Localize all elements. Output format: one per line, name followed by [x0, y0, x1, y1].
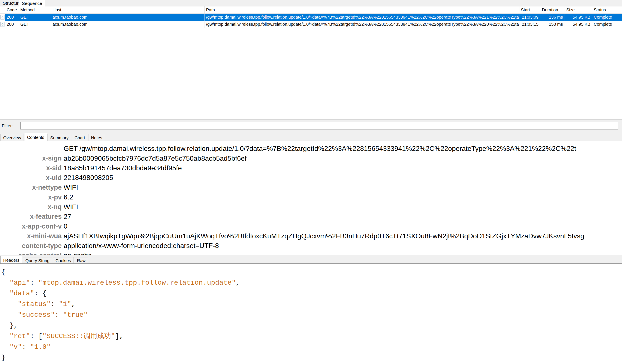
- header-line: x-nettypeWIFI: [0, 183, 622, 192]
- headers-pane: GET /gw/mtop.damai.wireless.tpp.follow.r…: [0, 141, 622, 255]
- tab-chart[interactable]: Chart: [72, 134, 88, 141]
- json-string-token: "api": [9, 279, 30, 287]
- table-end-separator: [0, 28, 622, 28]
- header-line: cache-controlno-cache: [0, 251, 622, 255]
- header-name: content-type: [0, 242, 62, 250]
- tab-raw[interactable]: Raw: [74, 257, 88, 264]
- cell-status: Complete: [592, 14, 622, 21]
- cell-host: acs.m.taobao.com: [51, 14, 205, 21]
- json-punct-token: : [: [30, 332, 42, 340]
- filter-panel: Filter:: [0, 119, 622, 132]
- header-line: x-app-conf-v0: [0, 221, 622, 231]
- view-tabs-baseline: [0, 141, 622, 141]
- json-line: {: [1, 267, 622, 277]
- detail-tabs-baseline: [0, 263, 622, 264]
- json-line: }: [1, 352, 622, 363]
- json-line: "status": "1",: [1, 299, 622, 310]
- header-name: x-pv: [0, 193, 62, 201]
- header-name: x-app-conf-v: [0, 222, 62, 230]
- filter-label: Filter:: [2, 120, 13, 132]
- cell-start: 21:03:15: [519, 21, 540, 28]
- tab-contents[interactable]: Contents: [24, 133, 47, 141]
- json-punct-token: [1, 290, 9, 297]
- cell-path: /gw/mtop.damai.wireless.tpp.follow.relat…: [205, 14, 519, 21]
- cell-method: GET: [19, 21, 51, 28]
- column-size[interactable]: Size: [565, 6, 592, 14]
- column-method[interactable]: Method: [19, 6, 51, 14]
- response-json-pane: { "api": "mtop.damai.wireless.tpp.follow…: [0, 265, 622, 364]
- tab-summary[interactable]: Summary: [47, 134, 71, 141]
- header-value: ajASHf1XBIwqikpTgWqu%2BjqpCuUm1uAjKWoqTf…: [62, 232, 622, 240]
- json-line: "ret": ["SUCCESS::调用成功"],: [1, 331, 622, 342]
- header-name: x-sid: [0, 164, 62, 172]
- header-line: x-pv6.2: [0, 192, 622, 202]
- header-name: x-sign: [0, 154, 62, 162]
- filter-input[interactable]: [20, 122, 618, 129]
- header-line: x-nqWIFI: [0, 202, 622, 212]
- request-table-header: Code Method Host Path Start Duration Siz…: [0, 6, 622, 14]
- json-doc-icon: {}: [0, 22, 4, 27]
- json-string-token: "mtop.damai.wireless.tpp.follow.relation…: [38, 279, 236, 287]
- tab-overview[interactable]: Overview: [0, 134, 24, 141]
- json-string-token: "ret": [9, 332, 30, 340]
- json-punct-token: [1, 343, 9, 351]
- json-punct-token: :: [30, 279, 38, 287]
- json-line: "data": {: [1, 288, 622, 299]
- column-host[interactable]: Host: [51, 6, 205, 14]
- request-row[interactable]: {}200GETacs.m.taobao.com/gw/mtop.damai.w…: [0, 21, 622, 28]
- header-name: cache-control: [0, 252, 62, 255]
- json-punct-token: : {: [34, 290, 47, 297]
- cell-status: Complete: [592, 21, 622, 28]
- tab-headers[interactable]: Headers: [0, 256, 22, 264]
- json-punct-token: [1, 300, 18, 308]
- cell-start: 21:03:09: [519, 14, 540, 21]
- json-punct-token: ],: [115, 332, 123, 340]
- json-string-token: "success": [18, 311, 55, 319]
- header-name: x-features: [0, 213, 62, 220]
- request-row[interactable]: {}200GETacs.m.taobao.com/gw/mtop.damai.w…: [0, 14, 622, 21]
- column-path[interactable]: Path: [205, 6, 519, 14]
- header-line: x-signab25b0009065bcfcb7976dc7d5a87e5c75…: [0, 153, 622, 163]
- json-line: "api": "mtop.damai.wireless.tpp.follow.r…: [1, 277, 622, 288]
- cell-code: 200: [5, 14, 19, 21]
- json-punct-token: :: [22, 343, 30, 351]
- top-tabbar: Structure Sequence: [0, 0, 622, 6]
- header-value: 27: [62, 213, 622, 221]
- json-punct-token: {: [1, 268, 5, 276]
- header-line: GET /gw/mtop.damai.wireless.tpp.follow.r…: [0, 144, 622, 153]
- json-string-token: "1.0": [30, 343, 51, 351]
- column-code[interactable]: Code: [5, 6, 19, 14]
- icon-cell: {}: [0, 21, 5, 28]
- column-icon: [0, 6, 5, 14]
- detail-tabs: Headers Query String Cookies Raw: [0, 255, 622, 264]
- json-punct-token: ,: [236, 279, 240, 287]
- column-start[interactable]: Start: [519, 6, 540, 14]
- json-string-token: "1": [59, 300, 71, 308]
- request-rows: {}200GETacs.m.taobao.com/gw/mtop.damai.w…: [0, 14, 622, 28]
- column-duration[interactable]: Duration: [540, 6, 565, 14]
- header-value: no-cache: [62, 252, 622, 255]
- header-name: x-mini-wua: [0, 232, 62, 240]
- json-string-token: "status": [18, 300, 51, 308]
- tab-cookies[interactable]: Cookies: [53, 257, 74, 264]
- header-value: ab25b0009065bcfcb7976dc7d5a87e5c750ab8ac…: [62, 154, 622, 163]
- header-name: x-nq: [0, 203, 62, 211]
- icon-cell: {}: [0, 14, 5, 21]
- header-value: 18a85b191457dea730dbda9e34df95fe: [62, 164, 622, 172]
- tab-notes[interactable]: Notes: [88, 134, 105, 141]
- column-status[interactable]: Status: [592, 6, 622, 14]
- header-value: 6.2: [62, 193, 622, 201]
- json-string-token: "true": [63, 311, 88, 319]
- header-value: WIFI: [62, 184, 622, 192]
- response-json: { "api": "mtop.damai.wireless.tpp.follow…: [1, 267, 622, 363]
- json-punct-token: :: [55, 311, 63, 319]
- header-name: x-uid: [0, 174, 62, 182]
- cell-size: 54.95 KB: [565, 21, 592, 28]
- tab-query-string[interactable]: Query String: [23, 257, 52, 264]
- cell-code: 200: [5, 21, 19, 28]
- json-punct-token: }: [1, 354, 5, 362]
- json-punct-token: },: [1, 322, 18, 329]
- tab-sequence[interactable]: Sequence: [19, 0, 45, 7]
- json-doc-icon: {}: [0, 15, 4, 20]
- http-analyzer-window: { "window": { "tabs": [ {"label": "Struc…: [0, 0, 622, 364]
